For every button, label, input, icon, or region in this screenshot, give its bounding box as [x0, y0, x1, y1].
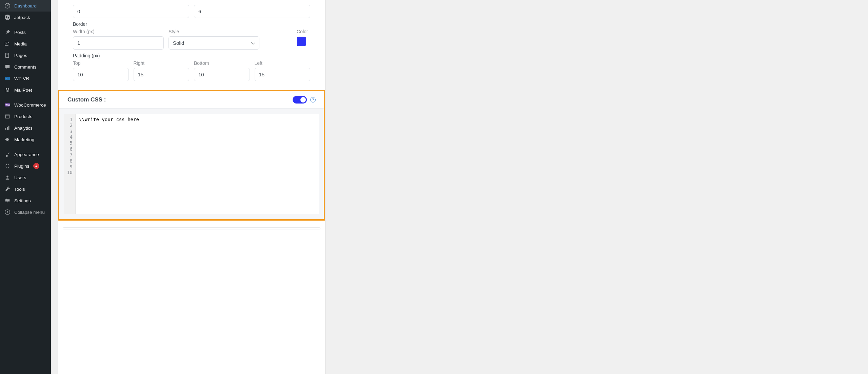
woocommerce-icon: Woo: [4, 101, 11, 108]
custom-css-highlight: Custom CSS : ? 1 2 3 4 5 6 7 8: [58, 90, 325, 221]
sidebar-item-analytics[interactable]: Analytics: [0, 122, 51, 134]
sidebar-item-label: MailPoet: [14, 88, 32, 93]
svg-rect-20: [7, 201, 7, 203]
svg-rect-9: [6, 115, 9, 118]
sidebar-item-woocommerce[interactable]: Woo WooCommerce: [0, 99, 51, 111]
border-color-swatch[interactable]: [297, 37, 306, 46]
border-heading: Border: [73, 21, 310, 27]
border-style-label: Style: [169, 29, 259, 34]
padding-left-input[interactable]: [255, 68, 311, 81]
collapse-icon: [4, 209, 11, 216]
padding-bottom-label: Bottom: [194, 60, 250, 66]
sidebar-item-label: Comments: [14, 64, 36, 70]
mailpoet-icon: M: [4, 87, 11, 93]
sidebar-item-users[interactable]: Users: [0, 172, 51, 183]
next-panel-peek: [63, 227, 320, 229]
marketing-icon: [4, 136, 11, 143]
sidebar-item-comments[interactable]: Comments: [0, 61, 51, 73]
analytics-icon: [4, 125, 11, 131]
padding-top-label: Top: [73, 60, 129, 66]
sidebar-item-label: Media: [14, 41, 27, 46]
admin-sidebar: Dashboard Jetpack Posts Media Pages Comm…: [0, 0, 51, 374]
svg-rect-11: [5, 128, 6, 130]
settings-icon: [4, 197, 11, 204]
sidebar-item-products[interactable]: Products: [0, 111, 51, 122]
svg-rect-18: [6, 199, 7, 200]
sidebar-item-label: Settings: [14, 198, 31, 203]
svg-rect-19: [8, 200, 9, 201]
svg-rect-10: [5, 115, 10, 116]
svg-point-14: [6, 176, 8, 177]
wpvr-icon: [4, 75, 11, 82]
sidebar-item-label: Pages: [14, 53, 27, 58]
svg-rect-16: [5, 200, 10, 201]
svg-text:Woo: Woo: [6, 104, 11, 106]
sidebar-item-tools[interactable]: Tools: [0, 183, 51, 195]
sidebar-collapse[interactable]: Collapse menu: [0, 206, 51, 218]
sidebar-item-marketing[interactable]: Marketing: [0, 134, 51, 145]
css-code-editor[interactable]: 1 2 3 4 5 6 7 8 9 10 \\Write your css he…: [64, 114, 319, 214]
products-icon: [4, 113, 11, 120]
sidebar-item-label: WP VR: [14, 76, 29, 81]
border-width-input[interactable]: [73, 36, 164, 50]
sidebar-item-media[interactable]: Media: [0, 38, 51, 50]
sidebar-item-label: WooCommerce: [14, 102, 46, 108]
sidebar-item-label: Analytics: [14, 126, 33, 131]
media-icon: [4, 40, 11, 47]
dashboard-icon: [4, 2, 11, 9]
sidebar-item-dashboard[interactable]: Dashboard: [0, 0, 51, 12]
svg-rect-3: [6, 53, 9, 58]
main-content: Border Width (px) Style Solid Color Pad: [51, 0, 868, 374]
pages-icon: [4, 52, 11, 59]
sidebar-item-label: Dashboard: [14, 3, 37, 8]
users-icon: [4, 174, 11, 181]
custom-css-toggle[interactable]: [293, 96, 307, 104]
help-icon[interactable]: ?: [310, 97, 316, 102]
sidebar-item-appearance[interactable]: Appearance: [0, 149, 51, 160]
plugins-icon: [4, 163, 11, 169]
svg-rect-4: [6, 54, 9, 54]
code-content[interactable]: \\Write your css here: [76, 114, 319, 214]
plugins-update-badge: 4: [33, 163, 39, 169]
padding-bottom-input[interactable]: [194, 68, 250, 81]
svg-point-1: [5, 15, 10, 20]
tools-icon: [4, 186, 11, 192]
padding-heading: Padding (px): [73, 53, 310, 58]
jetpack-icon: [4, 14, 11, 21]
custom-css-title: Custom CSS :: [67, 96, 106, 103]
border-width-label: Width (px): [73, 29, 164, 34]
sidebar-item-label: Tools: [14, 187, 25, 192]
code-gutter: 1 2 3 4 5 6 7 8 9 10: [64, 114, 76, 214]
sidebar-item-posts[interactable]: Posts: [0, 26, 51, 38]
sidebar-item-label: Jetpack: [14, 15, 30, 20]
padding-top-input[interactable]: [73, 68, 129, 81]
svg-rect-15: [5, 199, 10, 200]
sidebar-item-pages[interactable]: Pages: [0, 50, 51, 61]
svg-rect-6: [6, 78, 7, 78]
sidebar-item-label: Appearance: [14, 152, 39, 157]
border-color-label: Color: [297, 29, 310, 34]
sidebar-item-wpvr[interactable]: WP VR: [0, 73, 51, 84]
svg-rect-13: [8, 126, 9, 130]
sidebar-item-label: Collapse menu: [14, 210, 45, 215]
sidebar-item-plugins[interactable]: Plugins 4: [0, 160, 51, 172]
sidebar-item-label: Plugins: [14, 164, 29, 169]
appearance-icon: [4, 151, 11, 158]
sidebar-item-mailpoet[interactable]: M MailPoet: [0, 84, 51, 96]
padding-right-label: Right: [134, 60, 190, 66]
sidebar-item-settings[interactable]: Settings: [0, 195, 51, 206]
top-input-left[interactable]: [73, 5, 189, 18]
svg-point-2: [6, 43, 7, 44]
sidebar-item-label: Posts: [14, 30, 26, 35]
sidebar-item-label: Products: [14, 114, 32, 119]
sidebar-item-label: Marketing: [14, 137, 34, 142]
padding-right-input[interactable]: [134, 68, 190, 81]
sidebar-item-jetpack[interactable]: Jetpack: [0, 12, 51, 23]
comments-icon: [4, 63, 11, 70]
top-input-right[interactable]: [194, 5, 310, 18]
border-style-select[interactable]: Solid: [169, 36, 259, 50]
pin-icon: [4, 29, 11, 36]
settings-panel: Border Width (px) Style Solid Color Pad: [58, 0, 326, 374]
svg-point-21: [5, 210, 10, 214]
padding-left-label: Left: [255, 60, 311, 66]
